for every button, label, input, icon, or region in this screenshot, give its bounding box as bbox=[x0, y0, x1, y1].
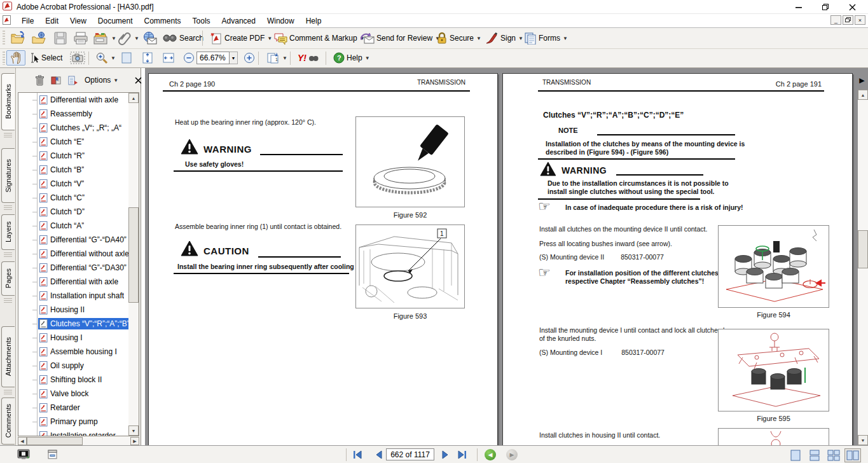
previous-view-button[interactable]: ◀ bbox=[485, 449, 496, 460]
forms-dropdown-icon[interactable]: ▼ bbox=[563, 36, 568, 41]
continuous-view-icon[interactable] bbox=[806, 448, 823, 462]
bookmark-item[interactable]: Clutch “D” bbox=[18, 205, 139, 219]
menu-comments[interactable]: Comments bbox=[139, 15, 187, 27]
new-bookmark-icon[interactable] bbox=[68, 76, 78, 85]
next-view-button[interactable]: ▶ bbox=[506, 449, 518, 460]
mdi-minimize-icon[interactable]: _ bbox=[830, 15, 841, 25]
facing-view-icon[interactable] bbox=[844, 448, 861, 462]
bookmark-item[interactable]: Retarder bbox=[18, 401, 139, 415]
bookmark-item[interactable]: Differential “G”-“DA30” bbox=[18, 261, 139, 275]
zoom-tool-dropdown-icon[interactable]: ▼ bbox=[111, 55, 116, 61]
mdi-close-icon[interactable]: × bbox=[855, 15, 865, 25]
document-vscroll-thumb[interactable] bbox=[858, 230, 868, 268]
bookmark-item[interactable]: Clutch “C” bbox=[18, 191, 139, 205]
menu-edit[interactable]: Edit bbox=[39, 15, 64, 27]
print-button[interactable] bbox=[71, 30, 91, 46]
bookmark-item[interactable]: Differential “G”-“DA40” bbox=[18, 233, 139, 247]
bookmark-item[interactable]: Installation retarder bbox=[18, 429, 139, 436]
bookmark-item[interactable]: Shifting block II bbox=[18, 373, 139, 387]
menu-document[interactable]: Document bbox=[92, 15, 139, 27]
tab-bookmarks[interactable]: Bookmarks bbox=[1, 73, 15, 130]
bookmarks-hscroll-thumb[interactable] bbox=[27, 437, 83, 445]
bookmark-item[interactable]: Differential without axle bbox=[18, 247, 139, 261]
attach-dropdown-icon[interactable]: ▼ bbox=[134, 36, 139, 41]
single-page-view-icon[interactable] bbox=[787, 448, 804, 462]
expand-pane-icon[interactable]: ▶ bbox=[857, 74, 867, 86]
close-panel-icon[interactable] bbox=[135, 77, 142, 84]
document-scroll-down-icon[interactable]: ▼ bbox=[858, 435, 868, 445]
snapshot-button[interactable] bbox=[67, 50, 88, 66]
tab-comments[interactable]: Comments bbox=[1, 397, 15, 445]
zoom-in-button[interactable] bbox=[241, 50, 258, 66]
last-page-icon[interactable] bbox=[455, 449, 469, 460]
previous-page-icon[interactable] bbox=[371, 449, 385, 460]
search-button[interactable]: Search bbox=[160, 30, 206, 46]
attach-button[interactable]: ▼ bbox=[115, 30, 142, 46]
bookmark-item[interactable]: Reassembly bbox=[18, 107, 139, 121]
expand-current-bookmark-icon[interactable] bbox=[51, 76, 62, 85]
close-icon[interactable] bbox=[848, 3, 857, 11]
menu-tools[interactable]: Tools bbox=[187, 15, 216, 27]
zoom-level-dropdown-icon[interactable]: ▼ bbox=[230, 52, 238, 64]
secure-button[interactable]: Secure ▼ bbox=[434, 30, 484, 46]
tab-signatures[interactable]: Signatures bbox=[1, 148, 15, 203]
menu-help[interactable]: Help bbox=[300, 15, 327, 27]
page-number-input[interactable]: 662 of 1117 bbox=[386, 448, 434, 460]
forms-button[interactable]: Forms ▼ bbox=[521, 30, 570, 46]
sign-button[interactable]: Sign ▼ bbox=[482, 30, 526, 46]
rotate-pages-button[interactable]: 1 ▼ bbox=[263, 50, 290, 66]
bookmark-item[interactable]: Oil supply bbox=[18, 359, 139, 373]
bookmark-item[interactable]: Housing I bbox=[18, 331, 139, 345]
toolbar-grip[interactable] bbox=[3, 52, 5, 65]
zoom-in-tool-button[interactable]: ▼ bbox=[93, 50, 118, 66]
bookmarks-scroll-right-icon[interactable]: ▶ bbox=[130, 437, 139, 445]
document-area[interactable]: Ch 2 page 190 TRANSMISSION Heat up the b… bbox=[145, 68, 868, 445]
first-page-icon[interactable] bbox=[350, 449, 364, 460]
bookmark-item-selected[interactable]: Clutches “V”;“R”;“A”;“B” bbox=[18, 317, 139, 331]
bookmarks-scroll-left-icon[interactable]: ◀ bbox=[18, 437, 27, 445]
bookmark-item[interactable]: Housing II bbox=[18, 303, 139, 317]
bookmark-item[interactable]: Clutches „V“; „R“; „A“ bbox=[18, 121, 139, 135]
bookmark-item[interactable]: Clutch “A” bbox=[18, 219, 139, 233]
bookmark-item[interactable]: Clutch “V” bbox=[18, 177, 139, 191]
secure-dropdown-icon[interactable]: ▼ bbox=[476, 36, 481, 41]
restore-icon[interactable] bbox=[821, 3, 830, 11]
bookmarks-vscroll-thumb[interactable] bbox=[128, 207, 139, 303]
next-page-icon[interactable] bbox=[439, 449, 453, 460]
tab-pages[interactable]: Pages bbox=[1, 261, 15, 296]
open-web-page-button[interactable] bbox=[29, 30, 49, 46]
fullscreen-view-icon[interactable] bbox=[17, 449, 31, 460]
bookmark-item[interactable]: Installation input shaft bbox=[18, 289, 139, 303]
save-button[interactable] bbox=[51, 30, 70, 46]
bookmark-item[interactable]: Clutch “R” bbox=[18, 149, 139, 163]
tab-attachments[interactable]: Attachments bbox=[1, 326, 15, 387]
reading-mode-icon[interactable] bbox=[46, 449, 60, 460]
help-button[interactable]: ? Help ▼ bbox=[331, 50, 373, 66]
bookmark-item[interactable]: Differential with axle bbox=[18, 93, 139, 107]
menu-advanced[interactable]: Advanced bbox=[216, 15, 261, 27]
tab-layers[interactable]: Layers bbox=[1, 214, 15, 250]
minimize-icon[interactable] bbox=[794, 3, 803, 11]
delete-bookmark-icon[interactable] bbox=[35, 75, 45, 86]
menu-window[interactable]: Window bbox=[261, 15, 300, 27]
menu-view[interactable]: View bbox=[64, 15, 92, 27]
zoom-level-input[interactable]: 66.67% bbox=[196, 52, 230, 64]
bookmark-item[interactable]: Clutch “E” bbox=[18, 135, 139, 149]
rotate-pages-dropdown-icon[interactable]: ▼ bbox=[282, 55, 287, 61]
bookmark-item[interactable]: Valve block bbox=[18, 387, 139, 401]
hand-tool-button[interactable] bbox=[6, 50, 25, 66]
fit-page-button[interactable] bbox=[139, 50, 156, 66]
fit-width-button[interactable] bbox=[160, 50, 177, 66]
help-dropdown-icon[interactable]: ▼ bbox=[365, 55, 370, 61]
send-for-review-button[interactable]: Send for Review ▼ bbox=[358, 30, 443, 46]
bookmark-item[interactable]: Primary pump bbox=[18, 415, 139, 429]
open-button[interactable] bbox=[8, 30, 28, 46]
comment-markup-button[interactable]: Comment & Markup ▼ bbox=[271, 30, 368, 46]
actual-size-button[interactable] bbox=[118, 50, 135, 66]
bookmark-item[interactable]: Differential with axle bbox=[18, 275, 139, 289]
bookmark-item[interactable]: Clutch “B” bbox=[18, 163, 139, 177]
toolbar-grip[interactable] bbox=[3, 31, 5, 46]
continuous-facing-view-icon[interactable] bbox=[825, 448, 842, 462]
document-scroll-up-icon[interactable]: ▲ bbox=[858, 90, 868, 100]
menu-file[interactable]: File bbox=[16, 15, 39, 27]
